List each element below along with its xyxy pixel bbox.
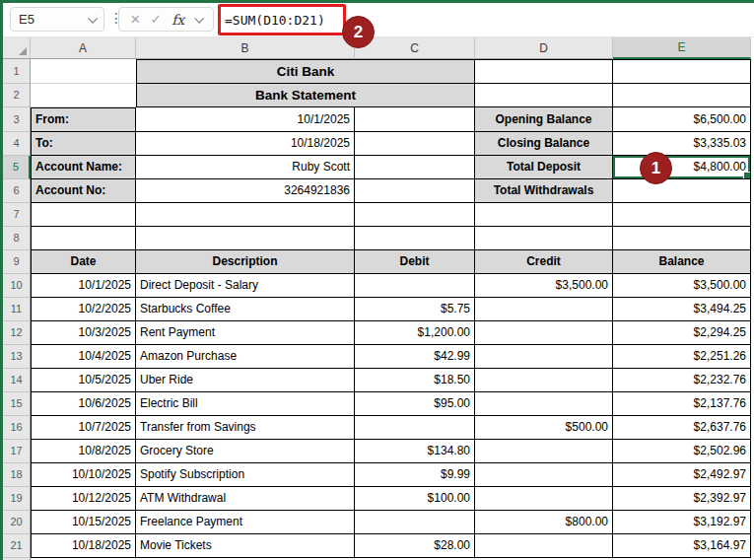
cell-B2[interactable]: Bank Statement	[136, 84, 475, 107]
cell-B12[interactable]: Rent Payment	[136, 321, 355, 345]
row-header-20[interactable]: 20	[3, 511, 31, 534]
cell-B4[interactable]: 10/18/2025	[136, 132, 355, 156]
cell-E16[interactable]: $2,637.76	[613, 416, 751, 440]
cell-E15[interactable]: $2,137.76	[613, 392, 751, 416]
row-header-5[interactable]: 5	[3, 156, 31, 179]
cell-E2[interactable]	[613, 84, 751, 107]
cell-B13[interactable]: Amazon Purchase	[136, 345, 355, 369]
cell-A20[interactable]: 10/15/2025	[31, 511, 136, 534]
cell-C9[interactable]: Debit	[355, 250, 475, 274]
cell-C11[interactable]: $5.75	[355, 298, 475, 321]
row-header-10[interactable]: 10	[3, 274, 31, 298]
row-header-12[interactable]: 12	[3, 321, 31, 345]
row-header-15[interactable]: 15	[3, 392, 31, 416]
cell-E4[interactable]: $3,335.03	[613, 132, 751, 156]
cell-E13[interactable]: $2,251.26	[613, 345, 751, 369]
cell-A6[interactable]: Account No:	[31, 179, 136, 203]
cell-A1[interactable]	[31, 59, 136, 84]
row-header-19[interactable]: 19	[3, 487, 31, 511]
cell-D18[interactable]	[475, 463, 613, 487]
cell-C17[interactable]: $134.80	[355, 440, 475, 463]
cell-A13[interactable]: 10/4/2025	[31, 345, 136, 369]
cell-B1[interactable]: Citi Bank	[136, 59, 475, 84]
cell-D8[interactable]	[475, 227, 613, 250]
cell-B21[interactable]: Movie Tickets	[136, 534, 355, 558]
row-header-17[interactable]: 17	[3, 440, 31, 463]
cell-C19[interactable]: $100.00	[355, 487, 475, 511]
row-header-14[interactable]: 14	[3, 369, 31, 392]
cell-C12[interactable]: $1,200.00	[355, 321, 475, 345]
cell-E12[interactable]: $2,294.25	[613, 321, 751, 345]
cell-C18[interactable]: $9.99	[355, 463, 475, 487]
row-header-4[interactable]: 4	[3, 132, 31, 156]
row-header-18[interactable]: 18	[3, 463, 31, 487]
cell-D19[interactable]	[475, 487, 613, 511]
cell-A21[interactable]: 10/18/2025	[31, 534, 136, 558]
cell-B10[interactable]: Direct Deposit - Salary	[136, 274, 355, 298]
cell-A2[interactable]	[31, 84, 136, 107]
cell-B7[interactable]	[136, 203, 355, 227]
cell-D20[interactable]: $800.00	[475, 511, 613, 534]
cell-B9[interactable]: Description	[136, 250, 355, 274]
row-header-8[interactable]: 8	[3, 227, 31, 250]
cell-D10[interactable]: $3,500.00	[475, 274, 613, 298]
cell-D3[interactable]: Opening Balance	[475, 107, 613, 132]
name-box[interactable]: E5	[10, 7, 104, 32]
cell-C3[interactable]	[355, 107, 475, 132]
cell-E1[interactable]	[613, 59, 751, 84]
cell-A12[interactable]: 10/3/2025	[31, 321, 136, 345]
cell-C20[interactable]	[355, 511, 475, 534]
cell-E5[interactable]: $4,800.00	[613, 156, 751, 179]
cell-A3[interactable]: From:	[31, 107, 136, 132]
cell-D21[interactable]	[475, 534, 613, 558]
cell-D16[interactable]: $500.00	[475, 416, 613, 440]
row-header-9[interactable]: 9	[3, 250, 31, 274]
cell-C10[interactable]	[355, 274, 475, 298]
row-header-1[interactable]: 1	[3, 59, 31, 84]
cell-E3[interactable]: $6,500.00	[613, 107, 751, 132]
cell-D9[interactable]: Credit	[475, 250, 613, 274]
row-header-3[interactable]: 3	[3, 107, 31, 132]
insert-function-icon[interactable]: fx	[171, 12, 184, 28]
cell-A19[interactable]: 10/12/2025	[31, 487, 136, 511]
cell-C8[interactable]	[355, 227, 475, 250]
enter-icon[interactable]: ✓	[151, 12, 162, 27]
cell-D12[interactable]	[475, 321, 613, 345]
cell-B18[interactable]: Spotify Subscription	[136, 463, 355, 487]
cell-B8[interactable]	[136, 227, 355, 250]
cell-A11[interactable]: 10/2/2025	[31, 298, 136, 321]
cell-D13[interactable]	[475, 345, 613, 369]
cell-A14[interactable]: 10/5/2025	[31, 369, 136, 392]
cell-D4[interactable]: Closing Balance	[475, 132, 613, 156]
cell-D5[interactable]: Total Deposit	[475, 156, 613, 179]
cell-E10[interactable]: $3,500.00	[613, 274, 751, 298]
cell-A17[interactable]: 10/8/2025	[31, 440, 136, 463]
cell-D15[interactable]	[475, 392, 613, 416]
cell-D14[interactable]	[475, 369, 613, 392]
cell-D1[interactable]	[475, 59, 613, 84]
cell-E17[interactable]: $2,502.96	[613, 440, 751, 463]
cell-C14[interactable]: $18.50	[355, 369, 475, 392]
cell-E18[interactable]: $2,492.97	[613, 463, 751, 487]
cell-C21[interactable]: $28.00	[355, 534, 475, 558]
column-header-B[interactable]: B	[136, 37, 355, 59]
row-header-6[interactable]: 6	[3, 179, 31, 203]
row-header-21[interactable]: 21	[3, 534, 31, 558]
cell-D17[interactable]	[475, 440, 613, 463]
cell-A16[interactable]: 10/7/2025	[31, 416, 136, 440]
cell-E9[interactable]: Balance	[613, 250, 751, 274]
column-header-A[interactable]: A	[31, 37, 136, 59]
cell-E20[interactable]: $3,192.97	[613, 511, 751, 534]
cell-C15[interactable]: $95.00	[355, 392, 475, 416]
column-header-E[interactable]: E	[613, 37, 751, 59]
cell-E19[interactable]: $2,392.97	[613, 487, 751, 511]
chevron-down-icon[interactable]	[194, 14, 204, 24]
cell-E7[interactable]	[613, 203, 751, 227]
cell-A9[interactable]: Date	[31, 250, 136, 274]
cell-B11[interactable]: Starbucks Coffee	[136, 298, 355, 321]
cell-C5[interactable]	[355, 156, 475, 179]
cell-B19[interactable]: ATM Withdrawal	[136, 487, 355, 511]
cell-A10[interactable]: 10/1/2025	[31, 274, 136, 298]
cell-D11[interactable]	[475, 298, 613, 321]
cell-E6[interactable]	[613, 179, 751, 203]
